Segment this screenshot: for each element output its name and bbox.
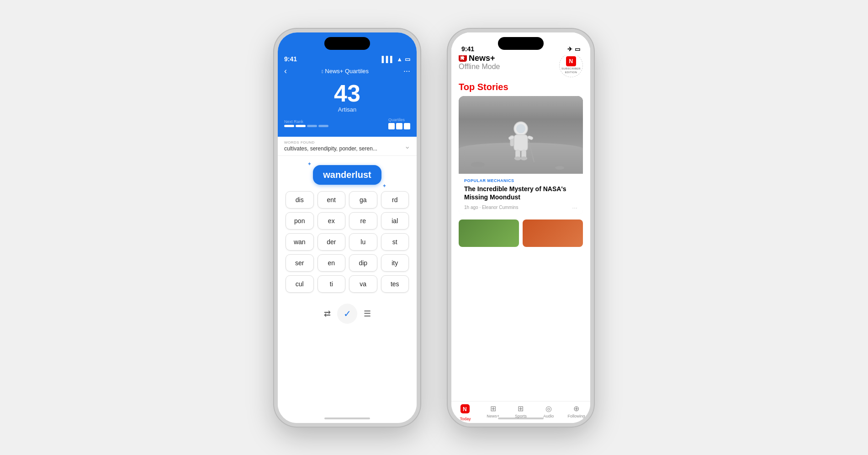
article-time: 1h ago xyxy=(464,205,478,210)
tile-st[interactable]: st xyxy=(381,233,409,251)
sports-icon: ⊞ xyxy=(518,404,524,413)
following-label: Following xyxy=(568,414,585,418)
thumb-2[interactable] xyxy=(523,219,583,247)
seg-3 xyxy=(307,125,317,127)
content-area: POPULAR MECHANICS The Incredible Mystery… xyxy=(451,96,590,401)
badge-inner: N SUBSCRIBEREDITION xyxy=(561,56,581,74)
sq-3 xyxy=(404,123,410,129)
dynamic-island-1 xyxy=(324,37,370,50)
next-rank-label: Next Rank xyxy=(284,119,328,124)
apple-icon:  xyxy=(322,69,323,74)
rank-row: Next Rank Quartiles xyxy=(284,116,410,130)
thumb-1[interactable] xyxy=(459,219,519,247)
progress-bar xyxy=(284,125,328,127)
nav-row: ‹  News+ Quartiles ··· xyxy=(284,66,410,76)
svg-point-10 xyxy=(514,156,521,160)
svg-point-11 xyxy=(520,156,527,160)
header-title:  News+ Quartiles xyxy=(287,68,403,75)
score-area: 43 Artisan xyxy=(284,80,410,116)
battery-icon: ▭ xyxy=(405,56,410,63)
svg-rect-4 xyxy=(514,134,528,150)
current-word-display: wanderlust xyxy=(313,165,381,185)
article-source: POPULAR MECHANICS xyxy=(464,178,577,183)
article-time-author: 1h ago · Eleanor Cummins xyxy=(464,205,518,210)
article-card[interactable]: POPULAR MECHANICS The Incredible Mystery… xyxy=(459,96,583,215)
subscriber-text: SUBSCRIBEREDITION xyxy=(561,67,581,74)
article-author: Eleanor Cummins xyxy=(482,205,518,210)
top-stories-label: Top Stories xyxy=(451,81,590,96)
words-found-text: cultivates, serendipity, ponder, seren..… xyxy=(284,145,377,152)
tile-re[interactable]: re xyxy=(349,212,377,230)
status-time-2: 9:41 xyxy=(461,45,474,53)
tile-ex[interactable]: ex xyxy=(318,212,346,230)
svg-text:N: N xyxy=(463,406,467,412)
today-label: Today xyxy=(460,417,471,421)
news-screen: 9:41 ✈ ▭ No Internet Connection Last Upd… xyxy=(451,32,590,423)
audio-label: Audio xyxy=(543,414,554,418)
newsplus-icon: ⊞ xyxy=(490,404,496,413)
tile-en[interactable]: en xyxy=(318,254,346,272)
dynamic-island-2 xyxy=(498,37,544,50)
sq-1 xyxy=(388,123,395,129)
more-button[interactable]: ··· xyxy=(403,66,410,76)
bottom-nav: N Today ⊞ News+ ⊞ Sports ◎ Audio ⊕ Follo… xyxy=(451,401,590,423)
news-brand: N News+ Offline Mode xyxy=(459,54,500,71)
words-found-bar: WORDS FOUND cultivates, serendipity, pon… xyxy=(278,137,417,156)
tile-ti[interactable]: ti xyxy=(318,275,346,293)
thumbnails-row xyxy=(459,219,583,251)
following-icon: ⊕ xyxy=(573,404,579,413)
check-icon: ✓ xyxy=(344,308,351,319)
words-found-content: WORDS FOUND cultivates, serendipity, pon… xyxy=(284,140,377,152)
quartiles-screen: 9:41 ▌▌▌ ▲ ▭ ‹  News+ Quartiles ··· 43 xyxy=(278,32,417,423)
game-area: wanderlust dis ent ga rd pon ex re ial w… xyxy=(278,156,417,423)
svg-text:N: N xyxy=(460,54,464,60)
subscriber-badge: N SUBSCRIBEREDITION xyxy=(559,54,583,77)
offline-mode-text: Offline Mode xyxy=(459,63,500,71)
quartiles: Quartiles xyxy=(388,118,410,129)
tile-grid: dis ent ga rd pon ex re ial wan der lu s… xyxy=(286,191,409,293)
svg-point-3 xyxy=(516,124,525,133)
tile-dis[interactable]: dis xyxy=(286,191,314,209)
game-toolbar: ⇄ ✓ ☰ xyxy=(299,299,396,333)
tile-pon[interactable]: pon xyxy=(286,212,314,230)
article-title: The Incredible Mystery of NASA's Missing… xyxy=(464,185,577,201)
shuffle-button[interactable]: ⇄ xyxy=(317,304,337,324)
tile-ga[interactable]: ga xyxy=(349,191,377,209)
article-meta: 1h ago · Eleanor Cummins ··· xyxy=(464,204,577,211)
seg-1 xyxy=(284,125,294,127)
nav-today[interactable]: N Today xyxy=(451,404,479,421)
shuffle-icon: ⇄ xyxy=(324,309,331,319)
tile-rd[interactable]: rd xyxy=(381,191,409,209)
tile-ser[interactable]: ser xyxy=(286,254,314,272)
astronaut-svg xyxy=(505,120,537,166)
battery-icon-2: ▭ xyxy=(575,46,580,53)
tile-ent[interactable]: ent xyxy=(318,191,346,209)
score-label: Artisan xyxy=(284,106,410,113)
tile-ial[interactable]: ial xyxy=(381,212,409,230)
status-icons-2: ✈ ▭ xyxy=(567,46,580,53)
score-number: 43 xyxy=(284,81,410,105)
list-icon: ☰ xyxy=(364,309,371,319)
tile-lu[interactable]: lu xyxy=(349,233,377,251)
tile-der[interactable]: der xyxy=(318,233,346,251)
nav-following[interactable]: ⊕ Following xyxy=(562,404,590,421)
article-more-btn[interactable]: ··· xyxy=(572,204,577,211)
quartile-squares xyxy=(388,123,410,129)
words-found-chevron[interactable]: ⌄ xyxy=(404,142,410,150)
status-icons-1: ▌▌▌ ▲ ▭ xyxy=(381,56,410,63)
tile-dip[interactable]: dip xyxy=(349,254,377,272)
seg-2 xyxy=(296,125,306,127)
sq-2 xyxy=(396,123,402,129)
list-button[interactable]: ☰ xyxy=(357,304,377,324)
newsplus-label: News+ xyxy=(487,414,499,418)
tile-ity[interactable]: ity xyxy=(381,254,409,272)
article-image xyxy=(459,96,583,174)
tile-wan[interactable]: wan xyxy=(286,233,314,251)
tile-cul[interactable]: cul xyxy=(286,275,314,293)
article-info: POPULAR MECHANICS The Incredible Mystery… xyxy=(459,174,583,215)
check-button[interactable]: ✓ xyxy=(337,304,357,324)
tile-va[interactable]: va xyxy=(349,275,377,293)
today-icon: N xyxy=(460,404,470,416)
tile-tes[interactable]: tes xyxy=(381,275,409,293)
next-rank: Next Rank xyxy=(284,119,328,127)
